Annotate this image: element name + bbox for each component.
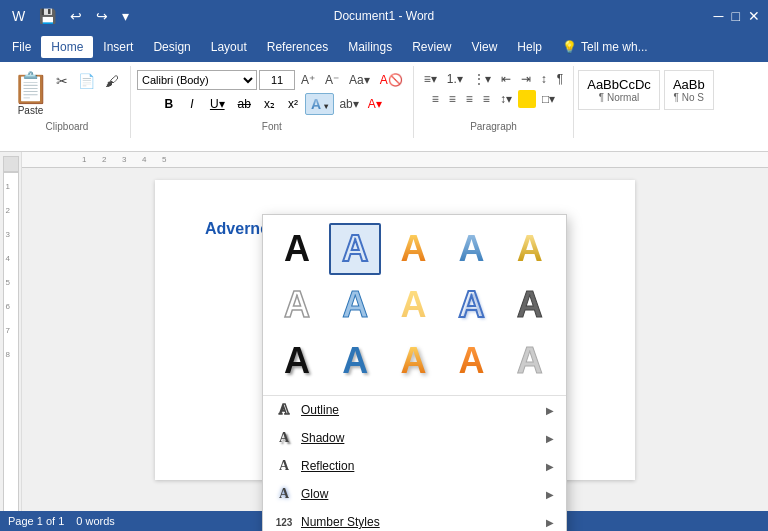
multilevel-button[interactable]: ⋮▾ <box>469 70 495 88</box>
menu-design[interactable]: Design <box>143 36 200 58</box>
menu-tellme[interactable]: 💡 Tell me wh... <box>552 36 658 58</box>
menu-references[interactable]: References <box>257 36 338 58</box>
show-marks-button[interactable]: ¶ <box>553 70 567 88</box>
paste-button[interactable]: 📋 Paste <box>12 70 49 116</box>
menu-item-outline[interactable]: A Outline ▶ <box>263 396 566 424</box>
font-format-row: B I U▾ ab x₂ x² A ▾ ab▾ A▾ <box>158 93 386 115</box>
paste-icon: 📋 <box>12 70 49 105</box>
format-painter-button[interactable]: 🖌 <box>102 72 122 90</box>
menu-review[interactable]: Review <box>402 36 461 58</box>
highlight-color-button[interactable]: ab▾ <box>335 95 362 113</box>
menu-home[interactable]: Home <box>41 36 93 58</box>
effect-cell-dark-gray[interactable]: A <box>504 279 556 331</box>
effect-letter: A <box>459 231 485 267</box>
effect-letter: A <box>284 287 310 323</box>
menu-item-shadow[interactable]: A Shadow ▶ <box>263 424 566 452</box>
subscript-button[interactable]: x₂ <box>258 94 281 114</box>
effect-cell-black[interactable]: A <box>271 223 323 275</box>
title-bar: W 💾 ↩ ↪ ▾ Document1 - Word ─ □ ✕ <box>0 0 768 32</box>
menu-item-glow[interactable]: A Glow ▶ <box>263 480 566 508</box>
effect-cell-gold[interactable]: A <box>504 223 556 275</box>
text-effects-button[interactable]: A ▾ <box>305 93 334 115</box>
effect-cell-blue-grad[interactable]: A <box>446 223 498 275</box>
effect-cell-orange-grad[interactable]: A <box>387 223 439 275</box>
effect-cell-blue-outline[interactable]: A <box>329 223 381 275</box>
menu-layout[interactable]: Layout <box>201 36 257 58</box>
align-right-button[interactable]: ≡ <box>462 90 477 108</box>
menu-item-number-styles[interactable]: 123 Number Styles ▶ <box>263 508 566 531</box>
outline-icon: A <box>275 401 293 419</box>
minimize-icon[interactable]: ─ <box>714 8 724 24</box>
effect-cell-blue-border[interactable]: A <box>446 279 498 331</box>
align-left-button[interactable]: ≡ <box>428 90 443 108</box>
effect-cell-orange-grad2[interactable]: A <box>446 335 498 387</box>
horizontal-ruler: 1 2 3 4 5 <box>22 152 768 168</box>
shading-button[interactable] <box>518 90 536 108</box>
paragraph-group-label: Paragraph <box>470 121 517 134</box>
effect-letter: A <box>400 287 426 323</box>
change-case-button[interactable]: Aa▾ <box>345 71 374 89</box>
save-icon[interactable]: 💾 <box>35 6 60 26</box>
sort-button[interactable]: ↕ <box>537 70 551 88</box>
effect-cell-gray-outline[interactable]: A <box>271 279 323 331</box>
effect-cell-black-shadow[interactable]: A <box>271 335 323 387</box>
font-group: Calibri (Body) A⁺ A⁻ Aa▾ A🚫 B I U▾ ab x₂… <box>131 66 414 138</box>
shadow-arrow-icon: ▶ <box>546 433 554 444</box>
reflection-arrow-icon: ▶ <box>546 461 554 472</box>
text-effects-a-icon: A <box>311 96 321 112</box>
font-color-button[interactable]: A▾ <box>364 95 386 113</box>
borders-button[interactable]: □▾ <box>538 90 559 108</box>
font-size-input[interactable] <box>259 70 295 90</box>
reflection-icon: A <box>275 457 293 475</box>
align-center-button[interactable]: ≡ <box>445 90 460 108</box>
font-name-select[interactable]: Calibri (Body) <box>137 70 257 90</box>
strikethrough-button[interactable]: ab <box>232 94 257 114</box>
menu-item-reflection[interactable]: A Reflection ▶ <box>263 452 566 480</box>
menu-file[interactable]: File <box>2 36 41 58</box>
redo-icon[interactable]: ↪ <box>92 6 112 26</box>
effect-letter: A <box>342 287 368 323</box>
decrease-font-button[interactable]: A⁻ <box>321 71 343 89</box>
menu-view[interactable]: View <box>462 36 508 58</box>
clipboard-label: Clipboard <box>46 121 89 134</box>
normal-label: ¶ Normal <box>587 92 651 103</box>
ruler-corner <box>3 156 19 172</box>
styles-area: AaBbCcDc ¶ Normal AaBb ¶ No S <box>574 66 764 114</box>
copy-button[interactable]: 📄 <box>75 72 98 90</box>
clear-format-button[interactable]: A🚫 <box>376 71 407 89</box>
tellme-label: Tell me wh... <box>581 40 648 54</box>
style-normal-box[interactable]: AaBbCcDc ¶ Normal <box>578 70 660 110</box>
aabbcc-preview: AaBbCcDc <box>587 77 651 92</box>
undo-icon[interactable]: ↩ <box>66 6 86 26</box>
increase-font-button[interactable]: A⁺ <box>297 71 319 89</box>
effect-letter: A <box>284 343 310 379</box>
superscript-button[interactable]: x² <box>282 94 304 114</box>
numbering-button[interactable]: 1.▾ <box>443 70 467 88</box>
vertical-ruler: 12345678 <box>3 172 19 529</box>
effect-cell-blue-light[interactable]: A <box>329 279 381 331</box>
ribbon: 📋 Paste ✂ 📄 🖌 Clipboard Calibri (Body) <box>0 62 768 152</box>
aabb-preview: AaBb <box>673 77 705 92</box>
line-spacing-button[interactable]: ↕▾ <box>496 90 516 108</box>
effect-cell-light-gray[interactable]: A <box>504 335 556 387</box>
effect-cell-orange-light[interactable]: A <box>387 279 439 331</box>
italic-button[interactable]: I <box>181 94 203 114</box>
underline-button[interactable]: U▾ <box>204 94 231 114</box>
close-icon[interactable]: ✕ <box>748 8 760 24</box>
number-styles-arrow-icon: ▶ <box>546 517 554 528</box>
menu-help[interactable]: Help <box>507 36 552 58</box>
paragraph-controls: ≡▾ 1.▾ ⋮▾ ⇤ ⇥ ↕ ¶ <box>420 70 567 88</box>
more-icon[interactable]: ▾ <box>118 6 133 26</box>
decrease-indent-button[interactable]: ⇤ <box>497 70 515 88</box>
cut-button[interactable]: ✂ <box>53 72 71 90</box>
maximize-icon[interactable]: □ <box>732 8 740 24</box>
effect-cell-blue-shadow[interactable]: A <box>329 335 381 387</box>
effect-cell-orange-shadow[interactable]: A <box>387 335 439 387</box>
menu-insert[interactable]: Insert <box>93 36 143 58</box>
style-nospacing-box[interactable]: AaBb ¶ No S <box>664 70 714 110</box>
bullets-button[interactable]: ≡▾ <box>420 70 441 88</box>
bold-button[interactable]: B <box>158 94 180 114</box>
justify-button[interactable]: ≡ <box>479 90 494 108</box>
menu-mailings[interactable]: Mailings <box>338 36 402 58</box>
increase-indent-button[interactable]: ⇥ <box>517 70 535 88</box>
